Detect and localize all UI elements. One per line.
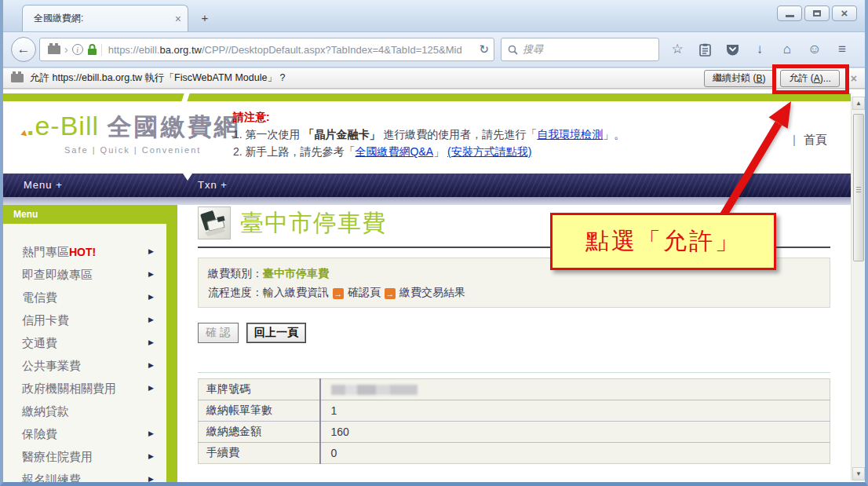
tab-close-icon[interactable]: × <box>175 13 181 24</box>
annotation-callout: 點選「允許」 <box>550 213 776 270</box>
allow-button-highlight-box <box>772 64 849 94</box>
scroll-down-button[interactable]: ▼ <box>852 467 865 481</box>
qa-link[interactable]: 全國繳費網Q&A <box>356 145 434 158</box>
item-label: 信用卡費 <box>22 309 148 331</box>
notice-line2: 2. 新手上路，請先參考「全國繳費網Q&A」 (安裝方式請點我) <box>233 143 625 160</box>
close-button[interactable]: × <box>832 5 857 21</box>
hello-smiley-icon[interactable]: ☺ <box>806 41 823 58</box>
info-icon[interactable]: i <box>72 44 83 55</box>
plugin-notification-bar: 允許 https://ebill.ba.org.tw 執行「FiscWebATM… <box>3 68 865 89</box>
item-label: 繳納貸款 <box>22 400 154 422</box>
scrollbar-grip <box>856 187 861 193</box>
item-label: 交通費 <box>22 331 148 354</box>
notice-block: 請注意: 1. 第一次使用 「晶片金融卡」 進行繳費的使用者，請先進行「自我環境… <box>233 108 625 160</box>
block-accesskey: B <box>756 73 762 84</box>
submenu-arrow-icon: ▶ <box>148 422 154 445</box>
minimize-icon <box>786 15 794 17</box>
notification-close-icon[interactable]: × <box>851 72 857 85</box>
toolbar-icons: ☆ ↓ ⌂ ☺ ≡ <box>669 41 851 58</box>
confirm-button[interactable]: 確 認 <box>198 323 239 343</box>
notice-text: 1. 第一次使用 <box>233 128 303 141</box>
notice-text: 2. 新手上路，請先參考「 <box>233 145 356 158</box>
sidebar-item-medical[interactable]: 醫療住院費用▶ <box>3 445 166 468</box>
form-buttons: 確 認 回上一頁 <box>198 323 830 343</box>
reload-icon[interactable]: ↻ <box>479 42 489 57</box>
search-bar[interactable]: 搜尋 <box>501 38 659 61</box>
browser-tab[interactable]: 全國繳費網: × <box>22 5 188 31</box>
notice-text: 進行繳費的使用者，請先進行「 <box>380 128 537 141</box>
item-label: 公共事業費 <box>22 354 148 377</box>
sidebar-item-loan-payment[interactable]: 繳納貸款 <box>3 400 166 422</box>
new-tab-button[interactable]: + <box>195 10 215 27</box>
url-domain: ba.org.tw <box>159 44 201 56</box>
continue-block-button[interactable]: 繼續封鎖 (B) <box>704 70 774 87</box>
install-guide-link[interactable]: (安裝方式請點我) <box>447 145 531 158</box>
home-page-link[interactable]: 首頁 <box>804 133 827 146</box>
row-value: 1 <box>320 400 830 422</box>
logo-chinese-name: 全國繳費網 <box>107 113 240 141</box>
scrollbar-thumb[interactable] <box>853 114 864 261</box>
sidebar-item-government-fees[interactable]: 政府機關相關費用▶ <box>3 377 166 400</box>
step-arrow-icon: → <box>333 288 344 299</box>
row-label: 手續費 <box>199 443 320 464</box>
minimize-button[interactable] <box>777 5 802 21</box>
site-logo[interactable]: .e-Bill 全國繳費網 Safe | Quick | Convenient <box>27 111 240 155</box>
back-button[interactable]: ← <box>11 37 36 62</box>
url-text[interactable]: https://ebill.ba.org.tw/CPP//DesktopDefa… <box>101 44 476 56</box>
sidebar-item-credit-card[interactable]: 信用卡費▶ <box>3 309 166 331</box>
search-placeholder: 搜尋 <box>523 42 543 57</box>
sidebar-item-hot-zone[interactable]: 熱門專區HOT!▶ <box>3 240 166 263</box>
site-header: .e-Bill 全國繳費網 Safe | Quick | Convenient … <box>3 101 851 167</box>
sidebar-item-registration[interactable]: 報名訓練費▶ <box>3 468 166 482</box>
payment-type-label: 繳費類別： <box>208 267 263 280</box>
block-label-post: ) <box>762 73 765 84</box>
main-menu-bar: Menu + Txn + <box>3 174 851 197</box>
row-label: 繳納帳單筆數 <box>199 400 320 422</box>
sidebar-item-telecom[interactable]: 電信費▶ <box>3 286 166 309</box>
pocket-icon[interactable] <box>724 43 741 56</box>
titlebar: 全國繳費網: × + × <box>3 0 865 31</box>
hamburger-menu-icon[interactable]: ≡ <box>833 41 851 58</box>
page-viewport: .e-Bill 全國繳費網 Safe | Quick | Convenient … <box>3 90 865 482</box>
lock-icon[interactable] <box>87 44 97 56</box>
sidebar-item-insurance[interactable]: 保險費▶ <box>3 422 166 445</box>
sidebar-item-transport[interactable]: 交通費▶ <box>3 331 166 354</box>
redacted-plate-number <box>331 385 418 395</box>
self-env-check-link[interactable]: 自我環境檢測 <box>537 128 603 141</box>
close-icon: × <box>841 8 848 19</box>
flow-step-confirm: 確認頁 <box>348 286 381 298</box>
submenu-arrow-icon: ▶ <box>148 263 154 286</box>
payment-detail-table: 車牌號碼 繳納帳單筆數 1 繳納總金額 160 手續費 <box>198 378 830 464</box>
page-scrollbar[interactable]: ▲ ▼ <box>851 97 865 481</box>
row-label: 車牌號碼 <box>199 379 320 400</box>
downloads-icon[interactable]: ↓ <box>751 41 768 58</box>
table-row-bill-count: 繳納帳單筆數 1 <box>199 400 830 422</box>
submenu-arrow-icon: ▶ <box>148 286 154 309</box>
menu-dropdown[interactable]: Menu + <box>24 179 63 191</box>
url-bar[interactable]: › i https://ebill.ba.org.tw/CPP//Desktop… <box>39 38 494 61</box>
sidebar-item-utilities[interactable]: 公共事業費▶ <box>3 354 166 377</box>
browser-window: 全國繳費網: × + × ← › i https://ebill.ba.org.… <box>0 0 868 486</box>
restore-button[interactable] <box>804 5 830 21</box>
webpage: .e-Bill 全國繳費網 Safe | Quick | Convenient … <box>3 90 851 482</box>
notch <box>183 174 192 181</box>
scroll-up-button[interactable]: ▲ <box>852 97 865 110</box>
window-controls: × <box>777 5 857 21</box>
sidebar-item-instant-pay[interactable]: 即查即繳專區▶ <box>3 263 166 286</box>
logo-ebill: e-Bill <box>35 111 99 141</box>
block-label-pre: 繼續封鎖 ( <box>713 71 756 85</box>
hot-badge: HOT! <box>69 246 96 258</box>
bookmarks-clipboard-icon[interactable] <box>696 43 713 57</box>
page-top-green-bar <box>3 93 851 101</box>
submenu-arrow-icon: ▶ <box>148 240 154 263</box>
home-icon[interactable]: ⌂ <box>779 41 796 58</box>
logo-tagline: Safe | Quick | Convenient <box>64 145 240 155</box>
notice-text: 」 <box>433 145 447 158</box>
bookmark-star-icon[interactable]: ☆ <box>669 41 686 58</box>
submenu-arrow-icon: ▶ <box>148 309 154 331</box>
home-link-row: |首頁 <box>793 133 827 148</box>
go-back-button[interactable]: 回上一頁 <box>246 323 306 343</box>
site-identity-icon[interactable] <box>48 46 60 54</box>
txn-dropdown[interactable]: Txn + <box>198 179 228 191</box>
submenu-arrow-icon: ▶ <box>148 377 154 400</box>
